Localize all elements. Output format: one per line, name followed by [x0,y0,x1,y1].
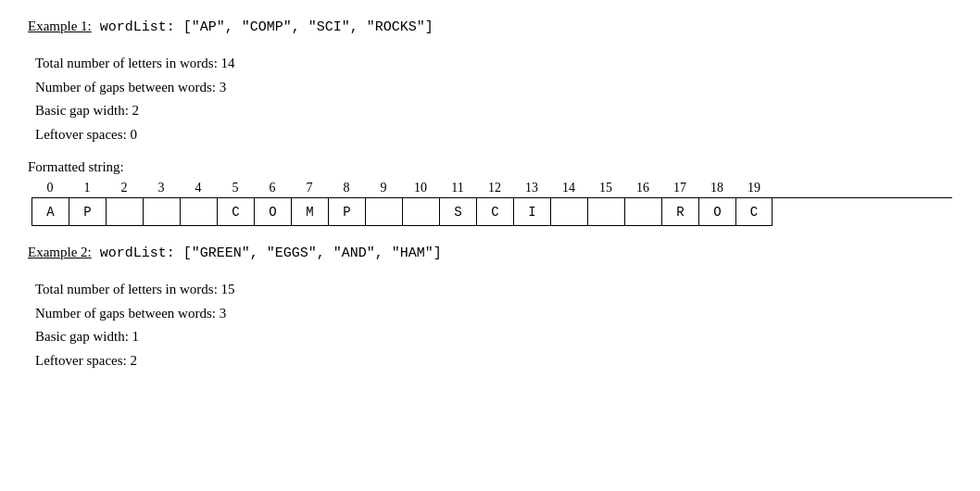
grid-num-13: 13 [513,181,550,195]
grid-cell-13: I [513,198,550,226]
grid-num-10: 10 [402,181,439,195]
example1-header: Example 1: wordList: ["AP", "COMP", "SCI… [28,19,952,35]
grid-num-16: 16 [624,181,661,195]
grid-cell-6: O [254,198,291,226]
grid-num-5: 5 [217,181,254,195]
grid-num-18: 18 [698,181,735,195]
grid-num-17: 17 [661,181,698,195]
formatted-label: Formatted string: [28,159,952,175]
grid-cell-1: P [69,198,106,226]
grid-cell-18: O [698,198,735,226]
grid-num-15: 15 [587,181,624,195]
grid-num-1: 1 [69,181,106,195]
grid-cell-9 [365,198,402,226]
grid-num-12: 12 [476,181,513,195]
example2-total-letters: Total number of letters in words: 15 [35,278,952,302]
example1-stats: Total number of letters in words: 14 Num… [35,52,952,146]
example2-header: Example 2: wordList: ["GREEN", "EGGS", "… [28,245,952,261]
grid-numbers-row: 0 1 2 3 4 5 6 7 8 9 10 11 12 13 14 15 16… [31,181,952,195]
example2-num-gaps: Number of gaps between words: 3 [35,302,952,326]
grid-cell-7: M [291,198,328,226]
grid-num-14: 14 [550,181,587,195]
example2-section: Example 2: wordList: ["GREEN", "EGGS", "… [28,245,952,372]
example2-label: Example 2: [28,245,92,259]
example2-basic-gap: Basic gap width: 1 [35,325,952,349]
grid-cell-14 [550,198,587,226]
grid-num-9: 9 [365,181,402,195]
grid-cell-17: R [661,198,698,226]
grid-num-4: 4 [180,181,217,195]
grid-cell-16 [624,198,661,226]
grid-num-8: 8 [328,181,365,195]
example2-leftover: Leftover spaces: 2 [35,349,952,373]
grid-num-2: 2 [106,181,143,195]
grid-cells-row: A P C O M P S C I R O C [31,197,952,226]
grid-cell-3 [143,198,180,226]
grid-cell-12: C [476,198,513,226]
grid-cell-2 [106,198,143,226]
grid-cell-0: A [31,198,69,226]
grid-num-0: 0 [31,181,69,195]
grid-cell-11: S [439,198,476,226]
grid-cell-8: P [328,198,365,226]
grid-cell-4 [180,198,217,226]
example1-code: wordList: ["AP", "COMP", "SCI", "ROCKS"] [92,19,433,35]
example1-grid: 0 1 2 3 4 5 6 7 8 9 10 11 12 13 14 15 16… [31,181,952,226]
grid-cell-10 [402,198,439,226]
example2-code: wordList: ["GREEN", "EGGS", "AND", "HAM"… [92,246,442,261]
example1-label: Example 1: [28,19,92,33]
grid-cell-15 [587,198,624,226]
grid-num-7: 7 [291,181,328,195]
grid-cell-19: C [735,198,773,226]
example1-leftover: Leftover spaces: 0 [35,123,952,147]
grid-num-11: 11 [439,181,476,195]
example1-total-letters: Total number of letters in words: 14 [35,52,952,76]
grid-num-6: 6 [254,181,291,195]
example2-stats: Total number of letters in words: 15 Num… [35,278,952,372]
grid-num-3: 3 [143,181,180,195]
grid-num-19: 19 [735,181,773,195]
example1-formatted-section: Formatted string: 0 1 2 3 4 5 6 7 8 9 10… [28,159,952,226]
example1-basic-gap: Basic gap width: 2 [35,99,952,123]
example1-num-gaps: Number of gaps between words: 3 [35,76,952,100]
grid-cell-5: C [217,198,254,226]
